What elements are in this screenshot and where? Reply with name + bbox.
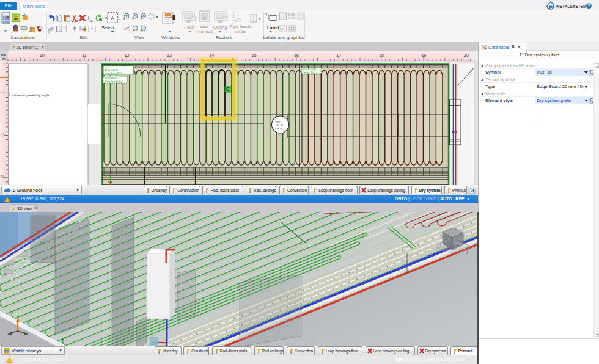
svg-text:20: 20 bbox=[464, 53, 469, 57]
svg-text:003_3: 003_3 bbox=[105, 67, 111, 69]
svg-text:10: 10 bbox=[40, 53, 45, 57]
svg-text:ic valve with presetting, angl: ic valve with presetting, angle bbox=[9, 93, 50, 97]
svg-text:15: 15 bbox=[252, 53, 257, 57]
svg-text:18: 18 bbox=[379, 53, 384, 57]
svg-text:14: 14 bbox=[209, 53, 214, 57]
svg-text:-2: -2 bbox=[0, 175, 4, 179]
svg-text:19: 19 bbox=[421, 53, 426, 57]
svg-text:17: 17 bbox=[337, 53, 342, 57]
svg-text:t max. floor +29°C: t max. floor +29°C bbox=[105, 72, 122, 75]
svg-text:ΦHL=1104 W: ΦHL=1104 W bbox=[105, 69, 118, 71]
svg-text:t max +29°C: t max +29°C bbox=[303, 71, 315, 74]
svg-text:!: ! bbox=[6, 198, 7, 202]
svg-text:1104 W: 1104 W bbox=[274, 127, 282, 130]
svg-text:Wloop [par=49,2 m]: Wloop [par=49,2 m] bbox=[105, 80, 123, 82]
svg-text:003: 003 bbox=[276, 120, 280, 123]
svg-text:0: 0 bbox=[0, 91, 4, 93]
svg-text:WL 22 16x2,0: WL 22 16x2,0 bbox=[105, 77, 117, 79]
svg-text:11: 11 bbox=[82, 53, 86, 57]
svg-text:13: 13 bbox=[167, 53, 172, 57]
svg-text:16: 16 bbox=[294, 53, 299, 57]
svg-text:-1: -1 bbox=[0, 133, 4, 136]
svg-text:12: 12 bbox=[125, 53, 130, 57]
svg-text:32: 32 bbox=[2, 57, 6, 61]
svg-text:+24 °C: +24 °C bbox=[275, 123, 283, 126]
